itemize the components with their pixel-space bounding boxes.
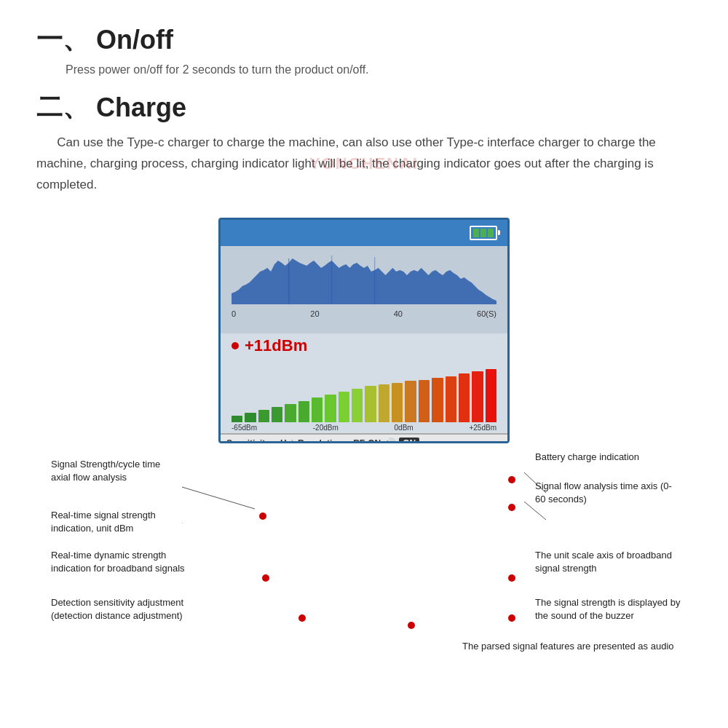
bar-6 bbox=[298, 401, 309, 422]
bar-1 bbox=[232, 416, 242, 422]
red-dot-parsed bbox=[408, 622, 415, 629]
section2-text-wrapper: Can use the Type-c charger to charge the… bbox=[36, 132, 692, 196]
dbm-dot bbox=[232, 342, 239, 349]
bar-15 bbox=[419, 380, 430, 422]
section1-description: Press power on/off for 2 seconds to turn… bbox=[66, 63, 692, 76]
bar-14 bbox=[405, 381, 416, 422]
red-dot-sensitivity bbox=[298, 614, 306, 622]
bar-12 bbox=[379, 384, 389, 422]
control-bar: Sensitivity ● H | Resolution ● RF ON 🔊 O… bbox=[221, 433, 507, 443]
battery-seg-2 bbox=[480, 229, 486, 237]
time-label-20: 20 bbox=[310, 309, 319, 318]
red-dot-signal-strength bbox=[259, 513, 266, 520]
red-dot-broadband bbox=[262, 574, 269, 582]
sensitivity-dot: ● bbox=[273, 439, 277, 443]
battery-body bbox=[470, 226, 497, 240]
bar-16 bbox=[432, 378, 443, 422]
bar-chart-area bbox=[221, 358, 507, 424]
section2-prefix: 二、 bbox=[36, 90, 89, 125]
section2-title: Charge bbox=[96, 92, 186, 123]
time-axis: 0 20 40 60(S) bbox=[232, 308, 496, 320]
waveform-svg bbox=[232, 250, 496, 304]
red-dot-battery bbox=[508, 476, 515, 483]
bar-13 bbox=[392, 383, 403, 422]
section1-title: On/off bbox=[96, 25, 173, 55]
bar-5 bbox=[285, 404, 296, 422]
bar-17 bbox=[446, 376, 456, 422]
section1-title-row: 一、 On/off bbox=[36, 22, 692, 58]
bar-11 bbox=[365, 386, 376, 422]
device-screen: 0 20 40 60(S) +11dBm bbox=[218, 218, 510, 443]
on-label-2: ON bbox=[399, 438, 419, 443]
control-sep-1: | bbox=[291, 438, 293, 443]
bar-label-3: 0dBm bbox=[395, 424, 414, 432]
bar-20 bbox=[486, 369, 496, 422]
dbm-display: +11dBm bbox=[221, 333, 507, 358]
rf-label: RF bbox=[353, 438, 365, 443]
bar-labels: -65dBm -20dBm 0dBm +25dBm bbox=[221, 424, 507, 433]
section1-prefix: 一、 bbox=[36, 22, 89, 58]
time-label-60: 60(S) bbox=[477, 309, 496, 318]
speaker-icon: 🔊 bbox=[384, 438, 396, 443]
screen-top-bar bbox=[221, 220, 507, 246]
section2-description: Can use the Type-c charger to charge the… bbox=[36, 132, 692, 196]
bar-8 bbox=[325, 395, 336, 422]
red-dot-time-axis bbox=[508, 504, 515, 511]
annotation-parsed-signal: The parsed signal features are presented… bbox=[462, 640, 681, 653]
bar-9 bbox=[339, 392, 349, 422]
battery-seg-3 bbox=[488, 229, 494, 237]
bar-10 bbox=[352, 389, 363, 422]
annotation-battery-charge: Battery charge indication bbox=[535, 451, 681, 464]
svg-line-4 bbox=[182, 487, 255, 509]
resolution-label: Resolution bbox=[298, 438, 343, 443]
page-container: 一、 On/off Press power on/off for 2 secon… bbox=[0, 0, 728, 728]
bar-19 bbox=[472, 371, 483, 422]
bar-18 bbox=[459, 373, 470, 422]
battery-icon bbox=[470, 226, 500, 240]
annotation-signal-strength: Signal Strength/cycle time axial flow an… bbox=[51, 458, 182, 484]
sensitivity-h: H bbox=[280, 438, 287, 443]
red-dot-sound bbox=[508, 614, 515, 622]
diagram-section: 0 20 40 60(S) +11dBm bbox=[36, 218, 692, 523]
red-dot-scale-axis bbox=[508, 574, 515, 582]
time-label-40: 40 bbox=[394, 309, 403, 318]
annotation-realtime-dynamic: Real-time dynamic strength indication fo… bbox=[51, 549, 197, 575]
signal-waveform-area: 0 20 40 60(S) bbox=[221, 246, 507, 333]
annotation-realtime-signal: Real-time signal strength indication, un… bbox=[51, 509, 189, 535]
on-label-1: ON bbox=[368, 438, 381, 443]
annotation-unit-scale-axis: The unit scale axis of broadband signal … bbox=[535, 549, 681, 575]
bar-2 bbox=[245, 413, 256, 422]
bar-7 bbox=[312, 397, 323, 422]
section2-title-row: 二、 Charge bbox=[36, 90, 692, 125]
signal-waveform bbox=[232, 250, 496, 308]
annotation-signal-sound: The signal strength is displayed by the … bbox=[535, 596, 681, 622]
bar-3 bbox=[258, 410, 269, 422]
bar-label-4: +25dBm bbox=[469, 424, 496, 432]
bar-label-2: -20dBm bbox=[313, 424, 339, 432]
bar-label-1: -65dBm bbox=[232, 424, 257, 432]
annotation-signal-flow-time: Signal flow analysis time axis (0-60 sec… bbox=[535, 480, 681, 506]
annotation-detection-sensitivity: Detection sensitivity adjustment (detect… bbox=[51, 596, 204, 622]
battery-tip bbox=[498, 230, 500, 235]
battery-seg-1 bbox=[473, 229, 479, 237]
bar-4 bbox=[272, 407, 282, 422]
time-label-0: 0 bbox=[232, 309, 236, 318]
sensitivity-label: Sensitivity bbox=[226, 438, 270, 443]
resolution-dot: ● bbox=[346, 439, 350, 443]
dbm-value: +11dBm bbox=[245, 336, 307, 355]
